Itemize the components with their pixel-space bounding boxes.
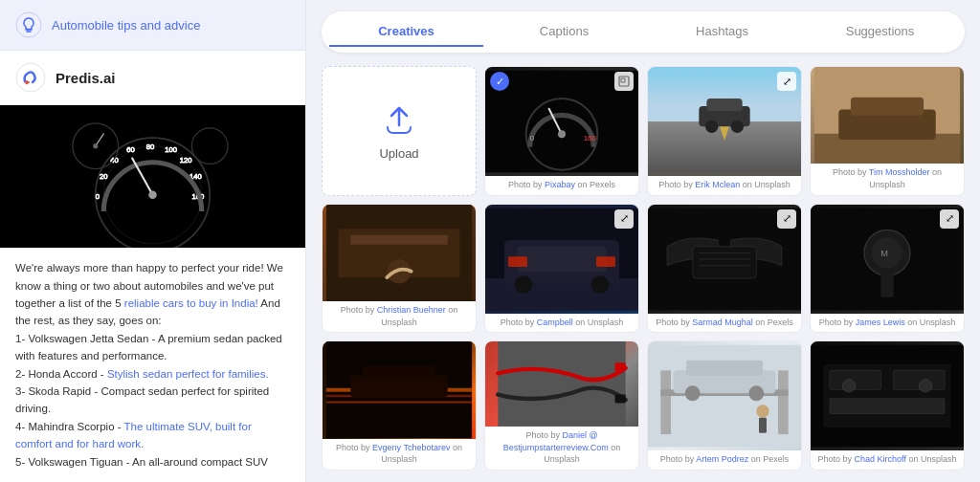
svg-point-25 [558, 130, 566, 138]
image-cell-5[interactable]: ⤢ Photo by Campbell on Unsplash [484, 204, 639, 334]
image-cell-7[interactable]: M ⤢ Photo by James Lewis on Unsplash [810, 204, 965, 334]
left-panel: Automobile tips and advice Predis.ai 0 2… [0, 0, 306, 482]
cell-caption-7: Photo by James Lewis on Unsplash [811, 314, 964, 333]
cell-caption-6: Photo by Sarmad Mughal on Pexels [648, 314, 801, 333]
svg-point-78 [756, 405, 768, 418]
image-2: ⤢ [648, 67, 801, 176]
image-cell-11[interactable]: Photo by Chad Kirchoff on Unsplash [810, 340, 965, 471]
brand-row: Predis.ai [0, 51, 305, 105]
svg-point-20 [93, 143, 98, 148]
upload-icon [380, 100, 418, 139]
svg-rect-68 [615, 363, 626, 372]
tab-hashtags[interactable]: Hashtags [645, 17, 799, 47]
image-cell-4[interactable]: Photo by Christian Buehner on Unsplash [322, 204, 477, 334]
image-cell-3[interactable]: Photo by Tim Mossholder on Unsplash [810, 66, 965, 196]
svg-rect-75 [686, 361, 763, 376]
cell-caption-10: Photo by Artem Podrez on Pexels [648, 450, 801, 470]
brand-icon [15, 62, 46, 93]
image-3 [811, 67, 964, 164]
cell-caption-1: Photo by Pixabay on Pexels [485, 176, 638, 195]
image-cell-8[interactable]: Photo by Evgeny Tchebotarev on Unsplash [322, 340, 477, 471]
brand-name: Predis.ai [56, 70, 116, 86]
image-5: ⤢ [485, 205, 638, 314]
svg-rect-52 [693, 246, 757, 277]
cell-caption-11: Photo by Chad Kirchoff on Unsplash [811, 450, 964, 470]
cell-caption-9: Photo by Daniel @ Bestjumpstarterreview.… [485, 427, 638, 470]
image-cell-6[interactable]: ⤢ Photo by Sarmad Mughal on Pexels [647, 204, 802, 334]
svg-text:60: 60 [126, 145, 135, 154]
tabs-bar: Creatives Captions Hashtags Suggestions [322, 11, 965, 53]
corner-icon-6: ⤢ [777, 209, 796, 229]
svg-rect-46 [517, 246, 606, 272]
svg-rect-59 [880, 272, 893, 297]
image-4 [323, 205, 476, 301]
svg-rect-32 [706, 99, 742, 111]
svg-point-77 [748, 386, 764, 402]
left-header: Automobile tips and advice [0, 0, 305, 51]
svg-text:80: 80 [146, 142, 155, 151]
svg-text:0: 0 [96, 192, 100, 201]
cell-caption-5: Photo by Campbell on Unsplash [485, 314, 638, 333]
svg-text:100: 100 [165, 145, 177, 154]
corner-icon-7: ⤢ [940, 209, 959, 229]
image-6: ⤢ [648, 205, 801, 314]
image-11 [811, 341, 964, 450]
image-grid: Upload 0 160 ✓ Photo by Pixabay on [322, 66, 965, 471]
image-10 [648, 341, 801, 450]
lightbulb-icon [15, 11, 42, 38]
svg-point-0 [16, 12, 41, 37]
corner-icon-5: ⤢ [614, 209, 634, 229]
corner-icon-1 [614, 72, 634, 91]
svg-rect-41 [350, 234, 447, 244]
tab-suggestions[interactable]: Suggestions [803, 17, 957, 47]
svg-point-33 [705, 120, 718, 133]
image-9 [485, 341, 638, 427]
left-header-title: Automobile tips and advice [52, 18, 200, 33]
svg-point-17 [148, 191, 157, 200]
svg-rect-72 [778, 371, 789, 435]
cell-caption-4: Photo by Christian Buehner on Unsplash [323, 301, 476, 332]
image-cell-9[interactable]: Photo by Daniel @ Bestjumpstarterreview.… [484, 340, 639, 471]
svg-text:160: 160 [584, 134, 597, 142]
cell-caption-8: Photo by Evgeny Tchebotarev on Unsplash [323, 439, 476, 470]
image-cell-2[interactable]: ⤢ Photo by Erik Mclean on Unsplash [647, 66, 802, 196]
svg-point-86 [919, 380, 931, 392]
image-cell-10[interactable]: Photo by Artem Podrez on Pexels [647, 340, 802, 471]
svg-rect-67 [498, 341, 625, 427]
svg-rect-38 [851, 98, 924, 116]
svg-rect-69 [615, 395, 626, 404]
svg-text:M: M [880, 249, 888, 258]
svg-rect-71 [660, 371, 671, 435]
post-text: We're always more than happy to perfect … [0, 248, 305, 482]
right-panel: Creatives Captions Hashtags Suggestions … [306, 0, 980, 482]
tab-captions[interactable]: Captions [487, 17, 641, 47]
svg-point-49 [515, 275, 533, 294]
svg-rect-84 [830, 399, 945, 414]
svg-rect-4 [22, 105, 283, 248]
image-1: 0 160 ✓ [485, 67, 638, 176]
upload-cell[interactable]: Upload [322, 66, 477, 196]
check-badge: ✓ [490, 72, 509, 91]
post-image: 0 20 40 60 80 100 120 140 160 [0, 105, 305, 248]
image-cell-1[interactable]: 0 160 ✓ Photo by Pixabay on Pexels [484, 66, 639, 196]
svg-point-34 [731, 120, 744, 133]
svg-text:20: 20 [100, 172, 108, 181]
svg-point-3 [16, 63, 45, 92]
tab-creatives[interactable]: Creatives [329, 17, 483, 47]
svg-rect-66 [363, 366, 435, 381]
image-7: M ⤢ [811, 205, 964, 314]
speedometer-svg: 0 20 40 60 80 100 120 140 160 [0, 105, 305, 248]
image-8 [323, 341, 476, 438]
corner-icon-2: ⤢ [777, 72, 796, 91]
svg-text:120: 120 [180, 156, 192, 164]
svg-point-50 [591, 275, 610, 294]
svg-rect-79 [759, 418, 767, 433]
svg-text:0: 0 [530, 134, 535, 142]
svg-rect-48 [596, 256, 615, 267]
cell-caption-3: Photo by Tim Mossholder on Unsplash [811, 164, 964, 194]
svg-point-85 [842, 380, 855, 392]
upload-label: Upload [379, 146, 418, 161]
svg-rect-47 [508, 256, 527, 267]
cell-caption-2: Photo by Erik Mclean on Unsplash [648, 176, 801, 195]
svg-point-76 [685, 386, 701, 402]
